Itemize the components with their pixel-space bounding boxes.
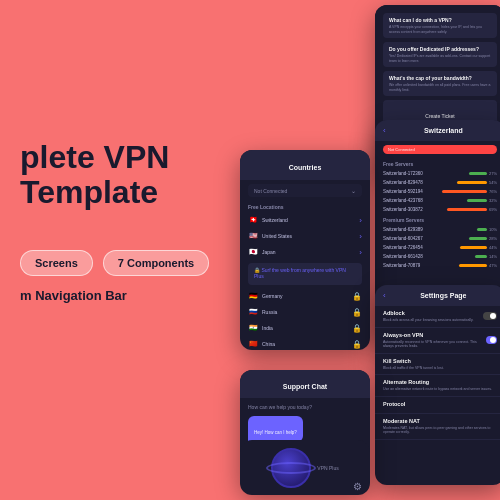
components-badge: 7 Components — [103, 250, 209, 276]
screens-badge: Screens — [20, 250, 93, 276]
country-item[interactable]: 🇺🇸 United States › — [240, 228, 370, 244]
premium-country-item[interactable]: 🇩🇪 Germany 🔒 — [240, 288, 370, 304]
free-servers-label: Free Servers — [375, 158, 500, 169]
title-line2: Template — [20, 174, 158, 210]
setting-item: Alternate Routing Use an alternative net… — [375, 375, 500, 397]
free-servers-list: Switzerland-172360 27% Switzerland-82947… — [375, 169, 500, 214]
left-content: plete VPN Template Screens 7 Components … — [20, 140, 209, 303]
settings-gear-icon[interactable]: ⚙ — [353, 481, 362, 492]
support-title: Support Chat — [283, 383, 327, 390]
premium-country-item[interactable]: 🇨🇳 China 🔒 — [240, 336, 370, 350]
faq-item-2: Do you offer Dedicated IP addresses? Yes… — [383, 42, 497, 67]
premium-promo-text: 🔒 Surf the web from anywhere with VPN Pl… — [254, 267, 356, 279]
phone-settings: ‹ Settings Page Adblock Block ads across… — [375, 285, 500, 485]
premium-server-item: Switzerland-726454 44% — [375, 243, 500, 252]
faq-item-1: What can I do with a VPN? A VPN encrypts… — [383, 13, 497, 38]
settings-title: Settings Page — [390, 292, 497, 299]
switzerland-header: ‹ Switzerland — [375, 120, 500, 141]
free-server-item: Switzerland-829478 54% — [375, 178, 500, 187]
setting-item: Always-on VPN Automatically reconnect to… — [375, 328, 500, 354]
free-server-item: Switzerland-592194 76% — [375, 187, 500, 196]
premium-server-item: Switzerland-604267 28% — [375, 234, 500, 243]
nav-bar-label: m Navigation Bar — [20, 288, 209, 303]
premium-country-item[interactable]: 🇮🇳 India 🔒 — [240, 320, 370, 336]
countries-title: Countries — [289, 164, 322, 171]
premium-server-item: Switzerland-70879 47% — [375, 261, 500, 270]
free-server-item: Switzerland-423768 32% — [375, 196, 500, 205]
setting-item: Adblock Block ads across all your browsi… — [375, 306, 500, 328]
premium-locations-section: 🔒 Surf the web from anywhere with VPN Pl… — [248, 263, 362, 285]
settings-header: ‹ Settings Page — [375, 285, 500, 306]
title-line1: plete VPN — [20, 139, 169, 175]
support-header: Support Chat — [240, 370, 370, 398]
switzerland-title: Switzerland — [390, 127, 497, 134]
country-item[interactable]: 🇯🇵 Japan › — [240, 244, 370, 260]
premium-servers-label: Premium Servers — [375, 214, 500, 225]
chat-bubble: Hey! How can I help? — [248, 416, 303, 442]
not-connected-bar[interactable]: Not Connected ⌄ — [248, 184, 362, 197]
badges-row: Screens 7 Components — [20, 250, 209, 276]
main-title: plete VPN Template — [20, 140, 209, 210]
globe-label: VPN Plus — [317, 465, 338, 471]
premium-servers-list: Switzerland-629389 10% Switzerland-60426… — [375, 225, 500, 270]
faq-item-3: What's the cap of your bandwidth? We off… — [383, 71, 497, 96]
setting-item: Kill Switch Block all traffic if the VPN… — [375, 354, 500, 376]
countries-free-list: 🇨🇭 Switzerland › 🇺🇸 United States › 🇯🇵 J… — [240, 212, 370, 260]
countries-header: Countries — [240, 150, 370, 180]
settings-list: Adblock Block ads across all your browsi… — [375, 306, 500, 440]
phones-container: What can I do with a VPN? A VPN encrypts… — [260, 0, 500, 500]
back-icon[interactable]: ‹ — [383, 126, 386, 135]
globe-ring — [266, 462, 316, 474]
free-server-item: Switzerland-172360 27% — [375, 169, 500, 178]
vpn-globe: VPN Plus — [240, 440, 370, 495]
globe-icon — [271, 448, 311, 488]
settings-back-icon[interactable]: ‹ — [383, 291, 386, 300]
setting-item: Moderate NAT Moderates NAT, but allows p… — [375, 414, 500, 440]
phone-countries: Countries Not Connected ⌄ Free Locations… — [240, 150, 370, 350]
premium-server-item: Switzerland-629389 10% — [375, 225, 500, 234]
free-locations-label: Free Locations — [240, 201, 370, 212]
not-connected-status: Not Connected — [383, 145, 497, 154]
setting-item: Protocol — [375, 397, 500, 414]
country-item[interactable]: 🇨🇭 Switzerland › — [240, 212, 370, 228]
premium-server-item: Switzerland-661428 14% — [375, 252, 500, 261]
premium-country-item[interactable]: 🇷🇺 Russia 🔒 — [240, 304, 370, 320]
free-server-item: Switzerland-303872 69% — [375, 205, 500, 214]
support-subtitle: How can we help you today? — [248, 404, 362, 410]
countries-premium-list: 🇩🇪 Germany 🔒 🇷🇺 Russia 🔒 🇮🇳 India 🔒 🇨🇳 C… — [240, 288, 370, 350]
